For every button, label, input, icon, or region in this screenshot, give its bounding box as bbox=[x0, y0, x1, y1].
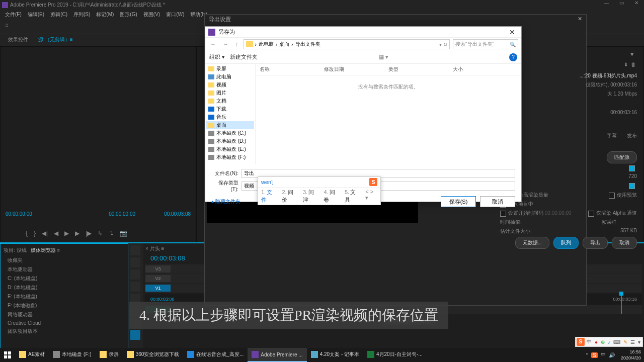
prev-frame-icon[interactable]: ◀ bbox=[54, 230, 58, 237]
breadcrumb[interactable]: ›此电脑 ›桌面 ›导出文件夹 ▾ ↻ bbox=[244, 39, 450, 49]
search-input[interactable]: 搜索"导出文件夹" 🔍 bbox=[453, 39, 518, 49]
tab-subtitle[interactable]: 字幕 bbox=[607, 132, 617, 139]
proj-item[interactable]: Creative Cloud bbox=[4, 319, 125, 327]
download-icon[interactable]: ⬇ bbox=[624, 62, 628, 67]
proj-item[interactable]: E: (本地磁盘) bbox=[4, 292, 125, 301]
volume-icon[interactable]: 🔊 bbox=[609, 352, 615, 358]
interp-dropdown[interactable]: 帧采样 bbox=[602, 219, 637, 226]
help-icon[interactable]: ? bbox=[509, 53, 517, 61]
razor-tool-icon[interactable] bbox=[130, 282, 140, 292]
proj-item[interactable]: F: (本地磁盘) bbox=[4, 301, 125, 310]
sidebar-item[interactable]: 图片 bbox=[206, 89, 254, 97]
organize-dropdown[interactable]: 组织 ▾ bbox=[209, 53, 225, 61]
menu-sequence[interactable]: 序列(S) bbox=[70, 10, 93, 19]
ime-candidate[interactable]: 5.文具 bbox=[345, 189, 360, 204]
taskbar-item[interactable]: Adobe Premiere ... bbox=[248, 348, 306, 362]
ime-lang-icon[interactable]: 中 bbox=[601, 351, 606, 358]
track-v3[interactable]: V3 bbox=[145, 265, 171, 273]
ime-candidate[interactable]: 2.问价 bbox=[282, 189, 297, 204]
up-icon[interactable]: ↑ bbox=[233, 41, 240, 47]
preview-checkbox[interactable] bbox=[609, 193, 615, 199]
play-icon[interactable]: ▶ bbox=[64, 230, 69, 237]
sidebar-item[interactable]: 此电脑 bbox=[206, 73, 254, 81]
taskbar-item[interactable]: 在线语音合成_高度... bbox=[183, 348, 248, 362]
tab-publish[interactable]: 发布 bbox=[627, 132, 637, 139]
proj-item[interactable]: 团队项目版本 bbox=[4, 327, 125, 336]
track-v1[interactable]: V1 bbox=[145, 285, 171, 292]
match-source-button[interactable]: 匹配源 bbox=[607, 151, 637, 163]
sidebar-item[interactable]: 本地磁盘 (D:) bbox=[206, 137, 254, 145]
ime-nav[interactable]: < > ▾ bbox=[365, 189, 377, 204]
menu-view[interactable]: 视图(V) bbox=[140, 10, 163, 19]
overwrite-icon[interactable]: ↴ bbox=[109, 230, 114, 237]
sidebar-item[interactable]: 视频 bbox=[206, 81, 254, 89]
start-tc-checkbox[interactable] bbox=[500, 211, 506, 217]
tray-up-icon[interactable]: ˄ bbox=[586, 352, 588, 358]
sidebar-item[interactable]: 音乐 bbox=[206, 113, 254, 121]
ime-toolbar[interactable]: S 中 ● ⊕ ♪ ⌨ ✎ ☰ ▾ bbox=[575, 337, 643, 347]
taskbar-item[interactable]: 录屏 bbox=[96, 348, 123, 362]
cancel-button[interactable]: 取消 bbox=[480, 196, 515, 207]
taskbar-item[interactable]: 360安全浏览器下载 bbox=[123, 348, 184, 362]
metadata-button[interactable]: 元数据... bbox=[515, 237, 549, 249]
save-button[interactable]: 保存(S) bbox=[441, 196, 476, 207]
height-value[interactable]: 720 bbox=[628, 173, 637, 180]
sidebar-item[interactable]: 本地磁盘 (C:) bbox=[206, 129, 254, 137]
start-button[interactable] bbox=[0, 348, 15, 362]
step-back-icon[interactable]: ◀| bbox=[42, 230, 48, 237]
col-name[interactable]: 名称 bbox=[260, 66, 324, 73]
insert-icon[interactable]: ↳ bbox=[98, 230, 103, 237]
proj-item[interactable]: 本地驱动器 bbox=[4, 265, 125, 274]
back-icon[interactable]: ← bbox=[208, 41, 218, 47]
cancel-button[interactable]: 取消 bbox=[612, 237, 637, 249]
track-v2[interactable]: V2 bbox=[145, 275, 171, 282]
new-folder-button[interactable]: 新建文件夹 bbox=[230, 53, 258, 61]
sidebar-item[interactable]: 本地磁盘 (E:) bbox=[206, 145, 254, 153]
track-select-tool-icon[interactable] bbox=[130, 257, 140, 267]
next-frame-icon[interactable]: ▶ bbox=[75, 230, 79, 237]
proj-item[interactable]: 收藏夹 bbox=[4, 256, 125, 265]
col-size[interactable]: 大小 bbox=[453, 66, 517, 73]
forward-icon[interactable]: → bbox=[221, 41, 230, 47]
sidebar-item[interactable]: 下载 bbox=[206, 105, 254, 113]
ime-candidate[interactable]: 4.问卷 bbox=[324, 189, 339, 204]
tab-effect-controls[interactable]: 效果控件 bbox=[3, 35, 33, 46]
step-fwd-icon[interactable]: |▶ bbox=[86, 230, 92, 237]
taskbar-item[interactable]: 4月20日-自主词句-... bbox=[363, 348, 427, 362]
sidebar-item[interactable]: 录屏 bbox=[206, 65, 254, 73]
export-button[interactable]: 导出 bbox=[583, 237, 608, 249]
selection-tool-icon[interactable] bbox=[130, 245, 140, 255]
hide-folders-toggle[interactable]: ▴ 隐藏文件夹 bbox=[211, 198, 240, 205]
tab-project[interactable]: 项目: 设线 bbox=[4, 247, 27, 254]
ime-candidate[interactable]: 1.文件 bbox=[261, 189, 277, 204]
queue-button[interactable]: 队列 bbox=[553, 237, 579, 249]
sogou-tray-icon[interactable]: S bbox=[591, 352, 598, 358]
export-frame-icon[interactable]: 📷 bbox=[120, 230, 127, 237]
system-tray[interactable]: ˄ S 中 🔊 bbox=[583, 351, 618, 358]
menu-window[interactable]: 窗口(W) bbox=[163, 10, 187, 19]
tab-media-browser[interactable]: 媒体浏览器 ≡ bbox=[31, 247, 60, 254]
taskbar-item[interactable]: 本地磁盘 (F:) bbox=[49, 348, 95, 362]
playhead[interactable] bbox=[621, 294, 622, 314]
view-dropdown[interactable]: ▦ ▾ bbox=[379, 54, 388, 60]
sidebar-item[interactable]: 本地磁盘 (F:) bbox=[206, 153, 254, 161]
col-type[interactable]: 类型 bbox=[388, 66, 453, 73]
close-button[interactable]: ✕ bbox=[629, 0, 644, 9]
taskbar-clock[interactable]: 16:56 2020/4/20 bbox=[618, 349, 644, 361]
menu-file[interactable]: 文件(F) bbox=[2, 10, 25, 19]
col-date[interactable]: 修改日期 bbox=[324, 66, 388, 73]
type-tool-icon[interactable] bbox=[130, 330, 140, 340]
tab-source[interactable]: 源:（无剪辑）≡ bbox=[33, 35, 78, 46]
minimize-button[interactable]: — bbox=[599, 0, 614, 9]
menu-edit[interactable]: 编辑(E) bbox=[25, 10, 47, 19]
proj-item[interactable]: 网络驱动器 bbox=[4, 310, 125, 319]
menu-graphics[interactable]: 图形(G) bbox=[117, 10, 140, 19]
proj-item[interactable]: D: (本地磁盘) bbox=[4, 283, 125, 292]
mark-out-icon[interactable]: } bbox=[34, 230, 36, 237]
taskbar-item[interactable]: 4.20文案 - 记事本 bbox=[307, 348, 363, 362]
saveas-close-icon[interactable]: ✕ bbox=[506, 28, 518, 36]
ripple-tool-icon[interactable] bbox=[130, 269, 140, 280]
proj-item[interactable]: C: (本地磁盘) bbox=[4, 274, 125, 283]
fps-lock-checkbox[interactable] bbox=[629, 183, 635, 189]
mark-in-icon[interactable]: { bbox=[26, 230, 28, 237]
